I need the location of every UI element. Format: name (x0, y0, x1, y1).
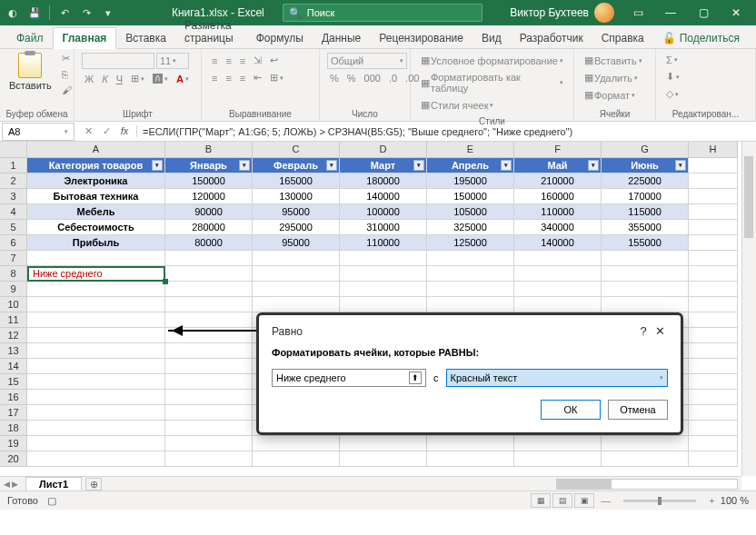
cell[interactable] (689, 204, 738, 220)
tab-review[interactable]: Рецензирование (370, 28, 472, 48)
row-header[interactable]: 9 (0, 282, 27, 297)
tab-layout[interactable]: Разметка страницы (175, 15, 247, 48)
undo-icon[interactable]: ↶ (55, 4, 74, 22)
cell[interactable]: 225000 (602, 173, 689, 189)
filter-icon[interactable]: ▾ (501, 160, 512, 171)
column-header[interactable]: G (602, 142, 689, 158)
clear-icon[interactable]: ◇▾ (663, 86, 681, 102)
cell[interactable] (689, 421, 738, 436)
cell[interactable]: 325000 (427, 220, 514, 235)
cell[interactable]: 140000 (514, 235, 602, 251)
cell[interactable] (689, 220, 738, 235)
sheet-prev-icon[interactable]: ◀ (4, 480, 10, 489)
cell[interactable] (602, 451, 689, 467)
cell[interactable] (340, 251, 427, 266)
cell[interactable]: 280000 (165, 220, 253, 235)
cell[interactable]: 180000 (340, 173, 427, 189)
cell-styles-button[interactable]: ▦ Стили ячеек▾ (418, 97, 496, 113)
column-header[interactable]: H (689, 142, 738, 158)
macro-record-icon[interactable]: ▢ (47, 495, 56, 507)
filter-icon[interactable]: ▾ (675, 160, 686, 171)
column-header[interactable]: B (165, 142, 253, 158)
cell[interactable]: 95000 (253, 204, 340, 220)
zoom-slider[interactable] (623, 500, 696, 502)
user-account[interactable]: Виктор Бухтеев (510, 3, 614, 23)
row-header[interactable]: 19 (0, 436, 27, 451)
column-header[interactable]: E (427, 142, 514, 158)
cell[interactable] (689, 374, 738, 390)
row-header[interactable]: 16 (0, 390, 27, 405)
zoom-level[interactable]: 100 % (721, 495, 749, 506)
tab-view[interactable]: Вид (472, 28, 511, 48)
cell[interactable]: Электроника (27, 173, 165, 189)
cell[interactable] (27, 359, 165, 374)
insert-cells-button[interactable]: ▦ Вставить▾ (582, 53, 645, 68)
cell[interactable] (253, 436, 340, 451)
cell[interactable] (602, 436, 689, 451)
fx-icon[interactable]: fx (116, 125, 133, 137)
search-box[interactable]: 🔍 Поиск (283, 4, 482, 22)
ribbon-options-icon[interactable]: ▭ (622, 0, 654, 25)
delete-cells-button[interactable]: ▦ Удалить▾ (582, 70, 641, 85)
cell[interactable] (27, 312, 165, 328)
cell[interactable] (514, 297, 602, 312)
filter-icon[interactable]: ▾ (588, 160, 599, 171)
cell[interactable] (602, 297, 689, 312)
cell[interactable]: 130000 (253, 189, 340, 204)
cell[interactable] (340, 297, 427, 312)
cell[interactable]: 155000 (602, 235, 689, 251)
cell[interactable] (689, 359, 738, 374)
cell[interactable]: 110000 (340, 235, 427, 251)
row-header[interactable]: 20 (0, 451, 27, 467)
cell[interactable] (253, 297, 340, 312)
cell[interactable] (427, 436, 514, 451)
cell[interactable] (340, 451, 427, 467)
cell[interactable] (689, 297, 738, 312)
cell[interactable]: 140000 (340, 189, 427, 204)
cell[interactable] (602, 266, 689, 282)
cell[interactable] (27, 436, 165, 451)
cell[interactable] (689, 251, 738, 266)
cell[interactable] (689, 451, 738, 467)
cell[interactable]: 310000 (340, 220, 427, 235)
cell[interactable] (165, 405, 253, 421)
autosave-icon[interactable]: ◐ (4, 4, 22, 22)
cancel-button[interactable]: Отмена (608, 400, 668, 420)
row-header[interactable]: 11 (0, 312, 27, 328)
cell[interactable]: Мебель (27, 204, 165, 220)
cancel-formula-icon[interactable]: ✕ (80, 125, 96, 137)
add-sheet-button[interactable]: ⊕ (85, 478, 102, 490)
column-header[interactable]: A (27, 142, 165, 158)
cell[interactable] (165, 436, 253, 451)
name-box[interactable]: A8▾ (2, 123, 75, 141)
save-icon[interactable]: 💾 (25, 4, 44, 22)
filter-icon[interactable]: ▾ (413, 160, 424, 171)
cell[interactable] (27, 251, 165, 266)
tab-developer[interactable]: Разработчик (511, 28, 592, 48)
cell[interactable] (165, 251, 253, 266)
formula-input[interactable]: =ЕСЛИ(ГПР("Март"; A1:G6; 5; ЛОЖЬ) > СРЗН… (137, 126, 756, 137)
paste-button[interactable]: Вставить (4, 51, 57, 93)
cell[interactable] (165, 266, 253, 282)
cell[interactable]: 195000 (427, 173, 514, 189)
cell[interactable]: 170000 (602, 189, 689, 204)
qat-more-icon[interactable]: ▾ (99, 4, 117, 22)
cell[interactable]: 90000 (165, 204, 253, 220)
cell[interactable] (253, 251, 340, 266)
cell[interactable] (689, 235, 738, 251)
tab-insert[interactable]: Вставка (116, 28, 175, 48)
cell[interactable] (165, 282, 253, 297)
cell[interactable]: Май▾ (514, 158, 602, 173)
column-header[interactable]: F (514, 142, 602, 158)
row-header[interactable]: 13 (0, 343, 27, 359)
cell[interactable] (165, 297, 253, 312)
enter-formula-icon[interactable]: ✓ (98, 125, 114, 137)
cell[interactable] (165, 421, 253, 436)
share-button[interactable]: 🔓 Поделиться (653, 28, 749, 48)
maximize-icon[interactable]: ▢ (687, 0, 720, 25)
cell[interactable] (253, 266, 340, 282)
dialog-format-select[interactable]: Красный текст▾ (446, 369, 669, 387)
cell[interactable] (27, 421, 165, 436)
cell[interactable] (689, 405, 738, 421)
fill-icon[interactable]: ⬇▾ (663, 69, 682, 84)
